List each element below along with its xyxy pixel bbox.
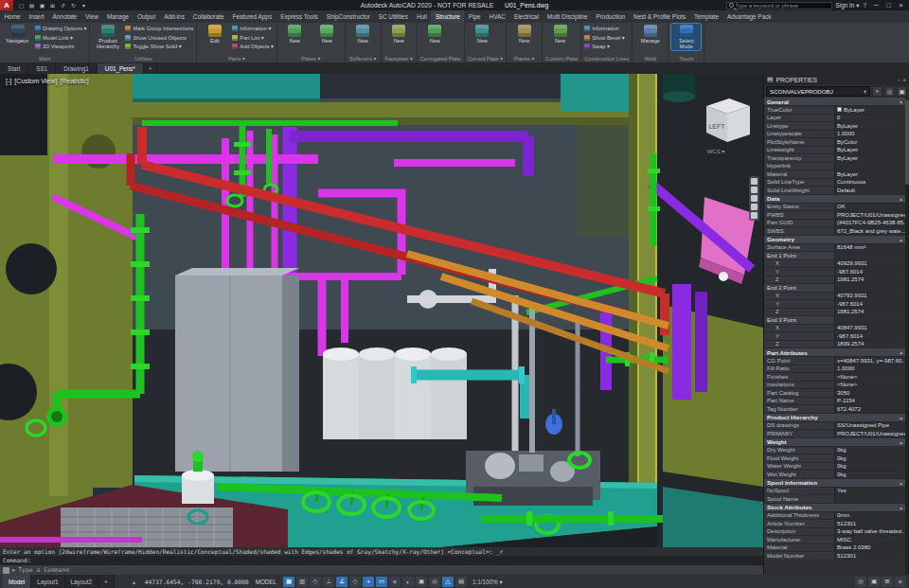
annotation-scale-label[interactable]: 1:1/100% ▾ (472, 579, 503, 585)
drawing-tab-start[interactable]: Start (0, 63, 28, 74)
section-header-product-hierarchy[interactable]: Product Hierarchy▴ (764, 414, 905, 422)
qat-menu-icon[interactable]: ▾ (80, 1, 88, 9)
property-row-linetype[interactable]: LinetypeByLayer (764, 122, 905, 131)
ribbon-tab-hull[interactable]: Hull (412, 10, 431, 23)
manage-button[interactable]: Manage (635, 24, 665, 45)
maximize-button[interactable]: □ (882, 0, 895, 10)
viewport-menu-control[interactable]: [-] (6, 78, 11, 84)
new-drawing-tab-button[interactable]: + (144, 63, 158, 74)
orbit-icon[interactable] (751, 204, 758, 210)
property-row-y[interactable]: Y-987.6014 (764, 332, 905, 341)
minimize-button[interactable]: ─ (870, 0, 882, 10)
ribbon-tab-shipconstructor[interactable]: ShipConstructor (322, 10, 374, 23)
new-button[interactable]: New (509, 24, 539, 45)
ribbon-tab-template[interactable]: Template (690, 10, 723, 23)
properties-scrollbar[interactable] (905, 98, 909, 575)
zoom-icon[interactable] (751, 195, 758, 202)
property-row-hyperlink[interactable]: Hyperlink (764, 163, 905, 171)
property-row-primary[interactable]: PRIMARYPROJECT/U01/Unassigned... (764, 430, 905, 438)
properties-header[interactable]: ▤ PROPERTIES ▫ × (764, 74, 909, 85)
property-row-cg-point[interactable]: CG Pointx=40847.9931, y=-987.60... (764, 357, 905, 365)
object-snap-icon[interactable]: ▭ (376, 577, 387, 587)
property-row-y[interactable]: Y-987.6014 (764, 268, 905, 276)
section-header-part-attributes[interactable]: Part Attributes▴ (764, 348, 905, 357)
property-row-solid-lineweight[interactable]: Solid LineWeightDefault (764, 187, 905, 195)
quick-select-icon[interactable]: ▣ (897, 86, 907, 97)
property-row-fill-ratio[interactable]: Fill Ratio1.0000 (764, 365, 905, 374)
close-palette-icon[interactable]: × (902, 77, 906, 83)
property-row-finishes[interactable]: Finishes<None> (764, 373, 905, 382)
edit-button[interactable]: Edit (200, 24, 229, 45)
layout-tab-model[interactable]: Model (3, 575, 31, 588)
steering-wheel-icon[interactable] (751, 178, 758, 185)
new-button[interactable]: New (420, 24, 450, 45)
object-snap-tracking-icon[interactable]: + (363, 577, 374, 587)
help-icon[interactable]: ? (863, 2, 866, 9)
property-row-part-catalog[interactable]: Part Catalog3050 (764, 389, 905, 398)
object-type-dropdown[interactable]: SCONVALVEPRODOBJ ▾ (766, 86, 870, 97)
grid-icon[interactable]: ▦ (283, 577, 294, 587)
close-button[interactable]: × (895, 0, 907, 10)
pan-icon[interactable] (751, 187, 758, 193)
save-icon[interactable]: ▣ (38, 1, 46, 9)
layout-tab-layout1[interactable]: Layout1 (31, 575, 64, 588)
property-row-manufacturer[interactable]: ManufacturerMISC (764, 536, 905, 544)
property-row-linetypescale[interactable]: Linetypescale1.0000 (764, 131, 905, 139)
property-row-x[interactable]: X40793.9931 (764, 293, 905, 301)
property-row-layer[interactable]: Layer0 (764, 115, 905, 123)
signin-button[interactable]: Sign In ▾ (836, 2, 860, 9)
property-row-wet-weight[interactable]: Wet Weight0kg (764, 471, 905, 479)
3d-object-snap-icon[interactable]: ◎ (429, 577, 440, 587)
hardware-acceleration-icon[interactable]: ▣ (868, 577, 880, 587)
ribbon-tab-multi-discipline[interactable]: Multi Discipline (543, 10, 592, 23)
add-objects-button[interactable]: Add Objects ▾ (232, 43, 273, 51)
ribbon-tab-hvac[interactable]: HVAC (485, 10, 509, 23)
property-row-truecolor[interactable]: TrueColorByLayer (764, 106, 905, 115)
information-button[interactable]: Information ▾ (232, 25, 273, 33)
transparency-icon[interactable]: ◐ (402, 577, 414, 587)
navigator-button[interactable]: Navigator (3, 24, 32, 45)
help-search-box[interactable] (726, 2, 832, 9)
drawing-tab-ss1[interactable]: SS1 (28, 63, 56, 74)
ribbon-tab-structure[interactable]: Structure (431, 10, 464, 23)
ribbon-tab-advantage-pack[interactable]: Advantage Pack (723, 10, 776, 23)
property-row-spool-name[interactable]: Spool Name (764, 495, 905, 504)
ribbon-tab-collaborate[interactable]: Collaborate (188, 10, 228, 23)
swap-button[interactable]: Swap ▾ (584, 43, 624, 51)
information-button[interactable]: Information (584, 25, 624, 33)
auto-hide-icon[interactable]: ▫ (898, 77, 900, 83)
property-row-end-2-point[interactable]: End 2 Point (764, 284, 905, 293)
command-input[interactable] (18, 566, 760, 574)
property-row-solid-linetype[interactable]: Solid LineTypeContinuous (764, 179, 905, 187)
ribbon-tab-production[interactable]: Production (592, 10, 630, 23)
ribbon-tab-view[interactable]: View (81, 10, 103, 23)
property-row-tag-number[interactable]: Tag Number672.4072 (764, 405, 905, 414)
property-row-plotstylename[interactable]: PlotStyleNameByColor (764, 138, 905, 147)
viewcube-face-label[interactable]: LEFT (708, 123, 725, 130)
mark-group-intersections-button[interactable]: Mark Group Intersections (125, 25, 193, 33)
property-row-article-number[interactable]: Article Number512301 (764, 520, 905, 528)
customize-wrench-icon[interactable] (3, 567, 9, 574)
property-row-dry-weight[interactable]: Dry Weight0kg (764, 447, 905, 455)
isolate-objects-icon[interactable]: ◎ (855, 577, 866, 587)
show-bevel-button[interactable]: Show Bevel ▾ (584, 34, 624, 43)
property-row-x[interactable]: X40847.9931 (764, 325, 905, 333)
new-button[interactable]: New (545, 24, 575, 45)
ribbon-tab-annotate[interactable]: Annotate (48, 10, 81, 23)
snap-mode-icon[interactable]: ▥ (296, 577, 308, 587)
showmotion-icon[interactable] (751, 212, 758, 219)
property-row-x[interactable]: X40929.9931 (764, 260, 905, 269)
property-row-pwbs[interactable]: PWBSPROJECT/U01/Unassigned... (764, 211, 905, 220)
property-row-surface-area[interactable]: Surface Area81648 mm² (764, 244, 905, 253)
infer-constraints-icon[interactable]: ◇ (310, 577, 321, 587)
dynamic-ucs-icon[interactable]: △ (442, 577, 454, 587)
dynamic-input-icon[interactable]: ▤ (455, 577, 467, 587)
property-row-lineweight[interactable]: LineweightByLayer (764, 147, 905, 155)
ribbon-tab-manage[interactable]: Manage (102, 10, 133, 23)
property-row-additional-thickness[interactable]: Additional Thickness0mm (764, 512, 905, 521)
property-row-ds-drawings[interactable]: DS drawingsSS/Unassigned Pipe (764, 422, 905, 431)
qnew-icon[interactable]: ▢ (17, 1, 26, 9)
ribbon-tab-featured-apps[interactable]: Featured Apps (228, 10, 276, 23)
drawing-options-button[interactable]: Drawing Options ▾ (35, 25, 86, 33)
autocad-logo-icon[interactable]: A (0, 0, 13, 10)
